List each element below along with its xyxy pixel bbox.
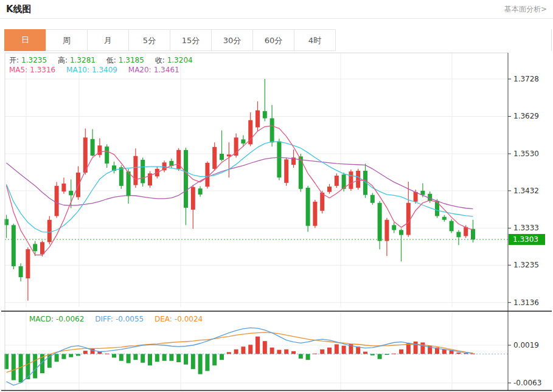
high-label: 高: — [58, 56, 68, 64]
ma10-value: 1.3409 — [92, 66, 117, 74]
low-label: 低: — [106, 56, 116, 64]
ma5-line — [7, 126, 473, 255]
y-axis-tick-label: 1.3530 — [513, 150, 539, 158]
tab-15min[interactable]: 15分 — [170, 29, 212, 51]
page-header: K线图 基本面分析> — [0, 0, 553, 18]
ma20-value: 1.3461 — [154, 66, 179, 74]
high-value: 1.3281 — [70, 56, 96, 64]
y-axis-tick-label: -0.0063 — [513, 379, 541, 387]
tab-4hour[interactable]: 4时 — [294, 29, 336, 51]
y-axis-tick-label: 1.3333 — [513, 224, 539, 232]
y-axis-tick-label: 1.3432 — [513, 187, 539, 195]
ma5-label: MA5: — [9, 66, 27, 74]
tab-30min[interactable]: 30分 — [211, 29, 253, 51]
close-value: 1.3204 — [167, 56, 193, 64]
y-axis-tick-label: 0.0019 — [513, 341, 539, 349]
diff-line — [7, 328, 473, 385]
tab-week[interactable]: 周 — [46, 29, 88, 51]
y-axis-tick-label: 1.3136 — [513, 298, 539, 307]
chart-area: 开:1.3235 高:1.3281 低:1.3185 收:1.3204 MA5:… — [0, 51, 553, 392]
candlestick-series — [4, 79, 475, 301]
ma10-label: MA10: — [66, 66, 89, 74]
diff-value: -0.0055 — [116, 315, 144, 323]
ma-legend: MA5:1.3316 MA10:1.3409 MA20:1.3461 — [9, 66, 182, 74]
y-axis-tick-label: 1.3235 — [513, 261, 539, 269]
kline-page: { "header": { "title": "K线图", "link": "基… — [0, 0, 553, 392]
ma5-value: 1.3316 — [30, 66, 55, 74]
open-label: 开: — [9, 56, 19, 64]
y-axis-tick-label: 1.3629 — [513, 112, 539, 120]
dea-label: DEA: — [155, 315, 172, 323]
current-price-badge: 1.3303 — [509, 234, 545, 245]
interval-tabbar: 日 周 月 5分 15分 30分 60分 4时 — [5, 29, 552, 51]
diff-label: DIFF: — [95, 315, 113, 323]
y-axis-tick-label: 1.3728 — [513, 75, 539, 83]
close-label: 收: — [155, 56, 165, 64]
tab-day[interactable]: 日 — [4, 29, 46, 51]
dea-value: -0.0024 — [175, 315, 203, 323]
macd-legend: MACD:-0.0062 DIFF:-0.0055 DEA:-0.0024 — [29, 315, 205, 323]
tab-60min[interactable]: 60分 — [252, 29, 294, 51]
header-divider — [0, 18, 553, 19]
kline-chart[interactable] — [0, 51, 553, 392]
macd-value: -0.0062 — [56, 315, 84, 323]
tab-5min[interactable]: 5分 — [128, 29, 170, 51]
ma20-label: MA20: — [128, 66, 151, 74]
tab-month[interactable]: 月 — [87, 29, 129, 51]
ohlc-legend: 开:1.3235 高:1.3281 低:1.3185 收:1.3204 — [9, 55, 195, 66]
open-value: 1.3235 — [21, 56, 47, 64]
low-value: 1.3185 — [119, 56, 144, 64]
macd-histogram — [4, 337, 475, 383]
page-title: K线图 — [6, 4, 32, 15]
macd-label: MACD: — [29, 315, 54, 323]
fundamental-analysis-link[interactable]: 基本面分析> — [504, 4, 547, 15]
